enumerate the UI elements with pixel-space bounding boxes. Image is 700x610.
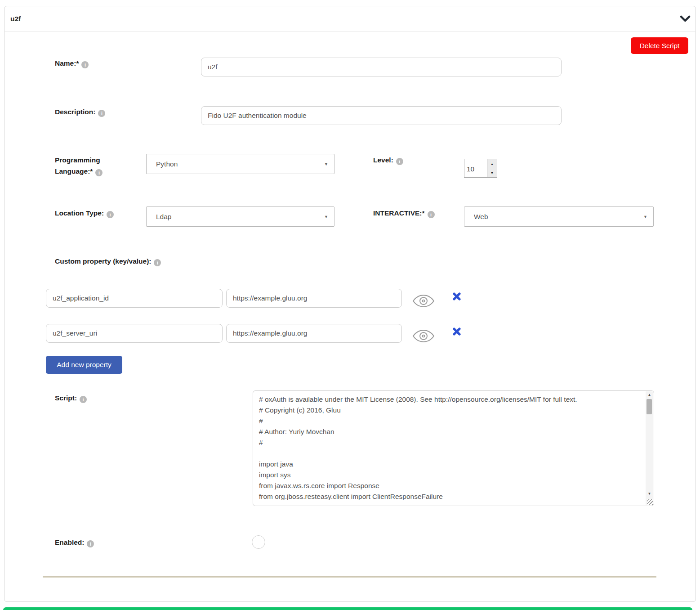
script-content[interactable]: # oxAuth is available under the MIT Lice… <box>253 391 646 506</box>
info-icon[interactable]: i <box>98 110 105 117</box>
scroll-up-icon[interactable]: ▲ <box>646 391 653 399</box>
eye-icon[interactable] <box>412 327 435 345</box>
info-icon[interactable]: i <box>396 158 403 165</box>
level-spinner: ▲ ▼ <box>464 159 497 178</box>
info-icon[interactable]: i <box>80 396 87 403</box>
scrollbar-thumb[interactable] <box>646 399 652 414</box>
location-type-label: Location Type:i <box>55 207 114 219</box>
enabled-checkbox[interactable] <box>252 535 265 549</box>
info-icon[interactable]: i <box>81 61 89 68</box>
description-label: Description:i <box>55 106 105 117</box>
property-value-input[interactable] <box>226 324 402 343</box>
script-label: Script:i <box>55 392 87 404</box>
add-property-button[interactable]: Add new property <box>46 356 122 374</box>
interactive-select[interactable]: Web ▼ <box>464 206 654 227</box>
level-label: Level:i <box>373 154 403 166</box>
script-editor[interactable]: # oxAuth is available under the MIT Lice… <box>253 390 654 506</box>
caret-down-icon: ▼ <box>324 162 334 166</box>
enabled-label: Enabled:i <box>55 537 94 548</box>
chevron-down-icon[interactable] <box>679 15 691 23</box>
caret-down-icon: ▼ <box>643 215 653 219</box>
panel-header[interactable] <box>4 6 696 31</box>
property-key-input[interactable] <box>46 289 223 308</box>
info-icon[interactable]: i <box>428 211 435 218</box>
info-icon[interactable]: i <box>154 259 161 266</box>
scroll-down-icon[interactable]: ▼ <box>646 490 653 498</box>
divider <box>43 576 656 578</box>
spinner-down-button[interactable]: ▼ <box>487 168 497 177</box>
resize-grip-icon[interactable] <box>647 499 653 505</box>
location-type-select[interactable]: Ldap ▼ <box>146 206 334 227</box>
scrollbar[interactable]: ▲ ▼ <box>646 391 653 505</box>
remove-property-icon[interactable] <box>452 292 461 301</box>
programming-language-select[interactable]: Python ▼ <box>146 154 334 174</box>
status-bar <box>3 607 692 610</box>
panel-title: u2f <box>10 15 21 23</box>
programming-language-label: Programming Language:*i <box>55 154 122 177</box>
property-key-input[interactable] <box>46 324 223 343</box>
caret-down-icon: ▼ <box>324 215 334 219</box>
page: u2f Delete Script Name:*i Description:i … <box>0 0 700 610</box>
interactive-value: Web <box>464 213 643 221</box>
level-input[interactable] <box>464 159 487 177</box>
info-icon[interactable]: i <box>95 169 103 176</box>
name-label: Name:*i <box>55 58 89 69</box>
custom-property-label: Custom property (key/value):i <box>55 256 161 267</box>
remove-property-icon[interactable] <box>452 327 461 336</box>
interactive-label: INTERACTIVE:*i <box>373 207 435 219</box>
spinner-up-button[interactable]: ▲ <box>487 159 497 168</box>
spinner-buttons: ▲ ▼ <box>487 159 497 177</box>
programming-language-value: Python <box>147 160 324 168</box>
eye-icon[interactable] <box>412 292 435 310</box>
location-type-value: Ldap <box>147 213 324 221</box>
info-icon[interactable]: i <box>87 540 94 547</box>
delete-script-button[interactable]: Delete Script <box>631 37 688 54</box>
property-value-input[interactable] <box>226 289 402 308</box>
info-icon[interactable]: i <box>107 211 114 218</box>
description-input[interactable] <box>201 106 562 125</box>
name-input[interactable] <box>201 58 562 76</box>
